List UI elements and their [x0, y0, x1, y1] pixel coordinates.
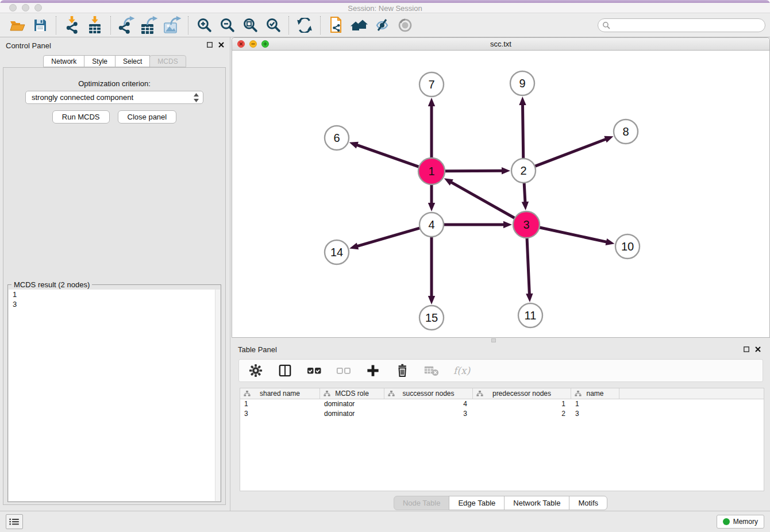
float-panel-icon[interactable] [744, 346, 749, 352]
memory-label: Memory [733, 518, 758, 526]
home-icon[interactable] [348, 14, 371, 36]
graph-node-label: 3 [523, 218, 529, 231]
refresh-icon[interactable] [293, 14, 316, 36]
close-panel-icon[interactable] [755, 346, 761, 352]
control-panel-title: Control Panel [6, 41, 51, 50]
control-panel-tabs: NetworkStyleSelectMCDS [0, 55, 230, 67]
float-panel-icon[interactable] [207, 42, 213, 48]
optimization-criterion-select[interactable]: strongly connected component [25, 91, 203, 104]
mcds-result-item[interactable]: 1 [9, 290, 220, 299]
result-scrollbar[interactable] [215, 290, 220, 501]
deselect-all-icon[interactable] [336, 363, 351, 379]
table-cell[interactable]: 3 [240, 409, 320, 419]
graph-edge-4-14[interactable] [356, 228, 419, 246]
network-graph[interactable]: 7968124314101511 [232, 51, 769, 337]
fit-content-icon[interactable] [238, 14, 261, 36]
network-view-window: scc.txt 7968124314101511 [232, 37, 770, 338]
tab-network-table[interactable]: Network Table [504, 496, 569, 510]
table-cell[interactable]: 1 [571, 399, 619, 409]
table-cell[interactable]: 2 [473, 409, 571, 419]
graph-edge-arrow [349, 242, 359, 249]
select-all-icon[interactable] [307, 363, 322, 379]
show-columns-icon[interactable] [278, 363, 292, 379]
close-panel-button[interactable]: Close panel [118, 110, 177, 124]
table-cell[interactable]: 4 [384, 399, 473, 409]
close-panel-icon[interactable] [218, 42, 224, 48]
task-history-button[interactable] [6, 514, 23, 529]
column-header-mcds-role[interactable]: MCDS role [320, 388, 384, 399]
search-input[interactable] [598, 18, 765, 32]
titlebar: Session: New Session [0, 3, 770, 13]
network-canvas[interactable]: 7968124314101511 [232, 51, 769, 337]
horizontal-splitter[interactable] [232, 338, 770, 343]
table-cell[interactable]: 1 [240, 399, 320, 409]
memory-button[interactable]: Memory [717, 515, 764, 529]
tab-mcds[interactable]: MCDS [149, 55, 186, 67]
zoom-selected-icon[interactable] [261, 14, 284, 36]
node-table[interactable]: shared nameMCDS rolesuccessor nodesprede… [240, 388, 764, 491]
birds-eye-view-icon[interactable] [394, 14, 417, 36]
graph-edge-3-11[interactable] [527, 238, 529, 295]
tab-edge-table[interactable]: Edge Table [449, 496, 505, 510]
optimization-criterion-value: strongly connected component [32, 93, 133, 102]
graph-edge-3-10[interactable] [540, 228, 607, 242]
graph-edge-2-3[interactable] [524, 183, 525, 203]
graph-edge-1-2[interactable] [445, 171, 503, 171]
add-row-icon[interactable] [365, 363, 380, 379]
graph-node-label: 10 [621, 240, 634, 253]
graph-edge-1-6[interactable] [356, 145, 418, 167]
splitter-handle[interactable] [491, 338, 496, 342]
export-table-icon[interactable] [138, 14, 161, 36]
zoom-in-icon[interactable] [192, 14, 215, 36]
graph-node-label: 7 [428, 78, 434, 91]
column-header-label: successor nodes [402, 390, 454, 398]
graph-node-label: 14 [330, 246, 343, 259]
table-cell[interactable]: dominator [320, 399, 384, 409]
right-area: scc.txt 7968124314101511 Table Panel [232, 37, 770, 511]
control-panel: Control Panel NetworkStyleSelectMCDS Opt… [0, 37, 230, 511]
export-network-icon[interactable] [115, 14, 138, 36]
table-cell[interactable]: dominator [320, 409, 384, 419]
tab-select[interactable]: Select [115, 55, 150, 67]
import-network-icon[interactable] [60, 14, 83, 36]
tab-network[interactable]: Network [43, 55, 84, 67]
column-header-successor-nodes[interactable]: successor nodes [384, 388, 473, 399]
save-session-icon[interactable] [29, 14, 52, 36]
column-header-shared-name[interactable]: shared name [240, 388, 320, 399]
table-cell[interactable]: 1 [473, 399, 571, 409]
import-table-icon[interactable] [83, 14, 106, 36]
table-row[interactable]: 1dominator411 [240, 399, 764, 409]
column-header-predecessor-nodes[interactable]: predecessor nodes [473, 388, 571, 399]
graph-edge-2-8[interactable] [536, 138, 607, 166]
tab-node-table[interactable]: Node Table [394, 496, 450, 510]
column-settings-icon[interactable] [248, 363, 263, 379]
tab-style[interactable]: Style [84, 55, 116, 67]
table-cell[interactable]: 3 [571, 409, 619, 419]
duplicate-network-icon[interactable] [325, 14, 348, 36]
export-image-icon[interactable] [161, 14, 184, 36]
network-window-titlebar[interactable]: scc.txt [232, 38, 769, 51]
toolbar-separator [288, 16, 289, 34]
graph-edge-3-1[interactable] [450, 182, 514, 218]
graph-node-label: 4 [428, 218, 434, 231]
main-area: Control Panel NetworkStyleSelectMCDS Opt… [0, 37, 770, 511]
zoom-out-icon[interactable] [215, 14, 238, 36]
mcds-result-item[interactable]: 3 [9, 299, 220, 309]
column-header-label: predecessor nodes [492, 390, 551, 398]
show-hide-visual-style-icon[interactable] [371, 14, 394, 36]
run-mcds-button[interactable]: Run MCDS [52, 110, 110, 124]
column-header-label: name [586, 390, 603, 398]
column-header-name[interactable]: name [571, 388, 619, 399]
graph-node-label: 15 [425, 311, 438, 324]
tab-motifs[interactable]: Motifs [569, 496, 607, 510]
graph-edge-arrow [428, 203, 435, 211]
mcds-result-title: MCDS result (2 nodes) [11, 280, 92, 289]
graph-edge-2-9[interactable] [522, 103, 523, 158]
mcds-result-list[interactable]: 13 [9, 290, 220, 501]
select-stepper-icon [194, 93, 199, 102]
table-cell[interactable]: 3 [384, 409, 473, 419]
delete-row-icon[interactable] [395, 363, 410, 379]
open-session-icon[interactable] [6, 14, 29, 36]
graph-edge-arrow [519, 97, 526, 105]
table-row[interactable]: 3dominator323 [240, 409, 764, 419]
